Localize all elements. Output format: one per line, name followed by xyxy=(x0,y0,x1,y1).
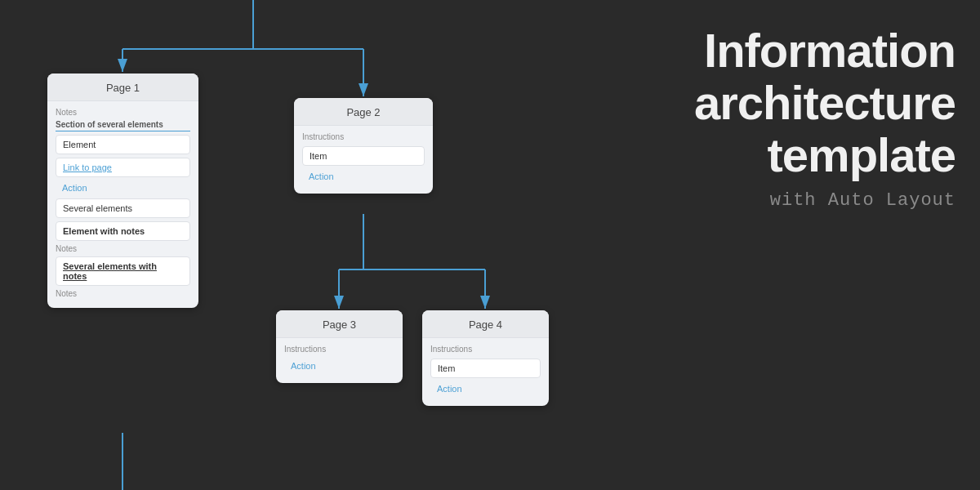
page1-notes3: Notes xyxy=(56,289,190,298)
page1-item-several: Several elements xyxy=(56,198,190,218)
page3-action[interactable]: Action xyxy=(284,359,394,373)
diagram: Page 1 Notes Section of several elements… xyxy=(0,0,506,490)
page2-title: Page 2 xyxy=(294,98,433,126)
page1-title: Page 1 xyxy=(47,74,198,101)
page1-item-several-notes: Several elements with notes xyxy=(56,256,190,286)
page1-notes-label: Notes xyxy=(56,108,190,117)
page4-item: Item xyxy=(430,359,541,378)
page4-instructions-label: Instructions xyxy=(430,345,541,354)
page3-title: Page 3 xyxy=(276,310,403,338)
page1-item-element-notes: Element with notes xyxy=(56,221,190,241)
main-title: Information architecture template xyxy=(514,24,956,180)
page1-item-element: Element xyxy=(56,135,190,154)
page4-action[interactable]: Action xyxy=(430,381,541,396)
page4-card: Page 4 Instructions Item Action xyxy=(422,310,549,406)
subtitle: with Auto Layout xyxy=(514,190,956,211)
page2-card: Page 2 Instructions Item Action xyxy=(294,98,433,194)
page2-instructions-label: Instructions xyxy=(302,132,425,141)
page1-item-link[interactable]: Link to page xyxy=(56,158,190,177)
page2-item: Item xyxy=(302,146,425,166)
page1-item-action[interactable]: Action xyxy=(56,180,190,195)
page3-instructions-label: Instructions xyxy=(284,345,394,354)
title-section: Information architecture template with A… xyxy=(514,24,956,211)
page4-title: Page 4 xyxy=(422,310,549,338)
page1-section-label: Section of several elements xyxy=(56,120,190,131)
page3-card: Page 3 Instructions Action xyxy=(276,310,403,383)
page1-notes2: Notes xyxy=(56,244,190,253)
page1-card: Page 1 Notes Section of several elements… xyxy=(47,74,198,308)
page2-action[interactable]: Action xyxy=(302,169,425,184)
